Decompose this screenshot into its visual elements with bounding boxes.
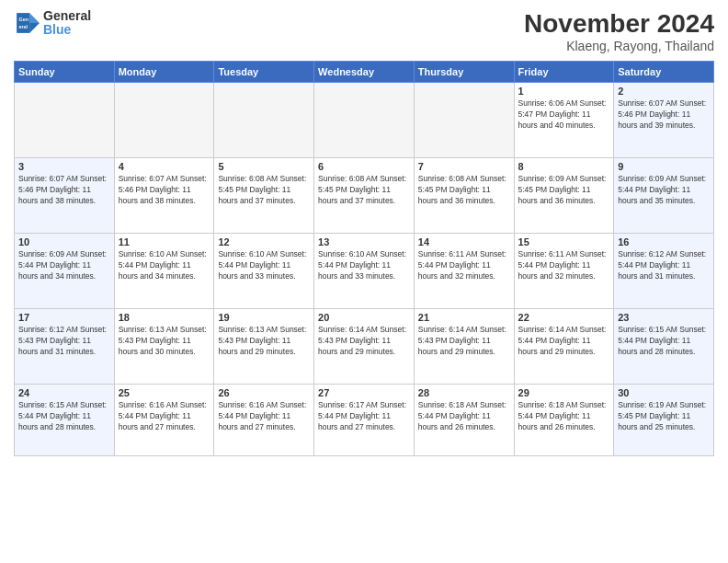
week-row-2: 3Sunrise: 6:07 AM Sunset: 5:46 PM Daylig… (15, 158, 714, 234)
day-info: Sunrise: 6:14 AM Sunset: 5:44 PM Dayligh… (518, 325, 610, 358)
col-monday: Monday (114, 62, 214, 83)
day-info: Sunrise: 6:13 AM Sunset: 5:43 PM Dayligh… (119, 325, 210, 358)
calendar-cell: 13Sunrise: 6:10 AM Sunset: 5:44 PM Dayli… (314, 234, 415, 309)
day-number: 24 (18, 387, 110, 398)
calendar-cell (314, 83, 415, 158)
day-number: 27 (318, 387, 410, 398)
day-number: 3 (18, 161, 110, 172)
day-number: 1 (518, 86, 610, 97)
day-info: Sunrise: 6:09 AM Sunset: 5:44 PM Dayligh… (618, 174, 710, 207)
header: Gen eral General Blue November 2024 Klae… (14, 9, 714, 53)
day-info: Sunrise: 6:06 AM Sunset: 5:47 PM Dayligh… (518, 98, 610, 132)
logo-icon: Gen eral (14, 10, 40, 36)
calendar-cell: 12Sunrise: 6:10 AM Sunset: 5:44 PM Dayli… (214, 234, 314, 309)
svg-text:eral: eral (18, 25, 28, 30)
calendar-cell: 8Sunrise: 6:09 AM Sunset: 5:45 PM Daylig… (514, 158, 614, 234)
week-row-4: 17Sunrise: 6:12 AM Sunset: 5:43 PM Dayli… (15, 309, 714, 385)
col-thursday: Thursday (414, 62, 514, 83)
col-friday: Friday (514, 62, 614, 83)
calendar-cell: 18Sunrise: 6:13 AM Sunset: 5:43 PM Dayli… (114, 309, 214, 385)
calendar-cell: 19Sunrise: 6:13 AM Sunset: 5:43 PM Dayli… (214, 309, 314, 385)
calendar-header-row: Sunday Monday Tuesday Wednesday Thursday… (15, 62, 714, 83)
calendar-cell: 6Sunrise: 6:08 AM Sunset: 5:45 PM Daylig… (314, 158, 415, 234)
day-info: Sunrise: 6:07 AM Sunset: 5:46 PM Dayligh… (18, 174, 110, 207)
col-saturday: Saturday (614, 62, 714, 83)
day-info: Sunrise: 6:08 AM Sunset: 5:45 PM Dayligh… (318, 174, 410, 207)
day-number: 19 (218, 312, 310, 323)
day-number: 21 (418, 312, 510, 323)
day-info: Sunrise: 6:12 AM Sunset: 5:44 PM Dayligh… (618, 249, 710, 282)
day-info: Sunrise: 6:07 AM Sunset: 5:46 PM Dayligh… (119, 174, 210, 207)
calendar-cell (15, 83, 115, 158)
day-number: 6 (318, 161, 410, 172)
day-info: Sunrise: 6:16 AM Sunset: 5:44 PM Dayligh… (218, 400, 310, 433)
day-info: Sunrise: 6:14 AM Sunset: 5:43 PM Dayligh… (318, 325, 410, 358)
calendar-cell: 25Sunrise: 6:16 AM Sunset: 5:44 PM Dayli… (114, 385, 214, 456)
calendar-cell (214, 83, 314, 158)
logo-line1: General (43, 9, 91, 23)
day-number: 15 (518, 236, 610, 247)
day-number: 13 (318, 236, 410, 247)
calendar-cell: 3Sunrise: 6:07 AM Sunset: 5:46 PM Daylig… (15, 158, 115, 234)
calendar-cell: 30Sunrise: 6:19 AM Sunset: 5:45 PM Dayli… (614, 385, 714, 456)
day-info: Sunrise: 6:10 AM Sunset: 5:44 PM Dayligh… (119, 249, 210, 282)
day-number: 5 (218, 161, 310, 172)
day-number: 25 (119, 387, 210, 398)
day-info: Sunrise: 6:13 AM Sunset: 5:43 PM Dayligh… (218, 325, 310, 358)
day-number: 11 (119, 236, 210, 247)
day-info: Sunrise: 6:15 AM Sunset: 5:44 PM Dayligh… (18, 400, 110, 433)
day-number: 23 (618, 312, 710, 323)
col-wednesday: Wednesday (314, 62, 415, 83)
title-area: November 2024 Klaeng, Rayong, Thailand (524, 9, 714, 53)
calendar-cell: 5Sunrise: 6:08 AM Sunset: 5:45 PM Daylig… (214, 158, 314, 234)
day-info: Sunrise: 6:09 AM Sunset: 5:45 PM Dayligh… (518, 174, 610, 207)
calendar-cell: 22Sunrise: 6:14 AM Sunset: 5:44 PM Dayli… (514, 309, 614, 385)
col-sunday: Sunday (15, 62, 115, 83)
day-info: Sunrise: 6:14 AM Sunset: 5:43 PM Dayligh… (418, 325, 510, 358)
day-info: Sunrise: 6:15 AM Sunset: 5:44 PM Dayligh… (618, 325, 710, 358)
day-number: 14 (418, 236, 510, 247)
calendar-cell: 14Sunrise: 6:11 AM Sunset: 5:44 PM Dayli… (414, 234, 514, 309)
calendar-cell: 1Sunrise: 6:06 AM Sunset: 5:47 PM Daylig… (514, 83, 614, 158)
day-number: 16 (618, 236, 710, 247)
day-info: Sunrise: 6:19 AM Sunset: 5:45 PM Dayligh… (618, 400, 710, 433)
day-info: Sunrise: 6:18 AM Sunset: 5:44 PM Dayligh… (418, 400, 510, 433)
day-number: 9 (618, 161, 710, 172)
calendar-cell (114, 83, 214, 158)
day-info: Sunrise: 6:17 AM Sunset: 5:44 PM Dayligh… (318, 400, 410, 433)
day-info: Sunrise: 6:10 AM Sunset: 5:44 PM Dayligh… (318, 249, 410, 282)
svg-text:Gen: Gen (18, 17, 28, 23)
calendar-cell: 9Sunrise: 6:09 AM Sunset: 5:44 PM Daylig… (614, 158, 714, 234)
day-info: Sunrise: 6:08 AM Sunset: 5:45 PM Dayligh… (418, 174, 510, 207)
svg-marker-1 (29, 23, 40, 33)
svg-rect-2 (17, 14, 29, 34)
day-info: Sunrise: 6:12 AM Sunset: 5:43 PM Dayligh… (18, 325, 110, 358)
calendar-cell: 4Sunrise: 6:07 AM Sunset: 5:46 PM Daylig… (114, 158, 214, 234)
day-info: Sunrise: 6:16 AM Sunset: 5:44 PM Dayligh… (119, 400, 210, 433)
week-row-1: 1Sunrise: 6:06 AM Sunset: 5:47 PM Daylig… (15, 83, 714, 158)
day-number: 22 (518, 312, 610, 323)
location: Klaeng, Rayong, Thailand (524, 39, 714, 53)
calendar-cell: 20Sunrise: 6:14 AM Sunset: 5:43 PM Dayli… (314, 309, 415, 385)
day-info: Sunrise: 6:11 AM Sunset: 5:44 PM Dayligh… (418, 249, 510, 282)
calendar-cell: 27Sunrise: 6:17 AM Sunset: 5:44 PM Dayli… (314, 385, 415, 456)
logo: Gen eral General Blue (14, 9, 91, 38)
day-info: Sunrise: 6:08 AM Sunset: 5:45 PM Dayligh… (218, 174, 310, 207)
day-number: 18 (119, 312, 210, 323)
calendar-cell: 16Sunrise: 6:12 AM Sunset: 5:44 PM Dayli… (614, 234, 714, 309)
calendar-cell: 7Sunrise: 6:08 AM Sunset: 5:45 PM Daylig… (414, 158, 514, 234)
day-info: Sunrise: 6:09 AM Sunset: 5:44 PM Dayligh… (18, 249, 110, 282)
calendar-cell (414, 83, 514, 158)
calendar-cell: 10Sunrise: 6:09 AM Sunset: 5:44 PM Dayli… (15, 234, 115, 309)
calendar-cell: 17Sunrise: 6:12 AM Sunset: 5:43 PM Dayli… (15, 309, 115, 385)
day-number: 17 (18, 312, 110, 323)
logo-text: General Blue (43, 9, 91, 38)
calendar-cell: 26Sunrise: 6:16 AM Sunset: 5:44 PM Dayli… (214, 385, 314, 456)
day-number: 20 (318, 312, 410, 323)
calendar-cell: 28Sunrise: 6:18 AM Sunset: 5:44 PM Dayli… (414, 385, 514, 456)
day-info: Sunrise: 6:10 AM Sunset: 5:44 PM Dayligh… (218, 249, 310, 282)
week-row-3: 10Sunrise: 6:09 AM Sunset: 5:44 PM Dayli… (15, 234, 714, 309)
calendar-cell: 11Sunrise: 6:10 AM Sunset: 5:44 PM Dayli… (114, 234, 214, 309)
day-number: 26 (218, 387, 310, 398)
week-row-5: 24Sunrise: 6:15 AM Sunset: 5:44 PM Dayli… (15, 385, 714, 456)
